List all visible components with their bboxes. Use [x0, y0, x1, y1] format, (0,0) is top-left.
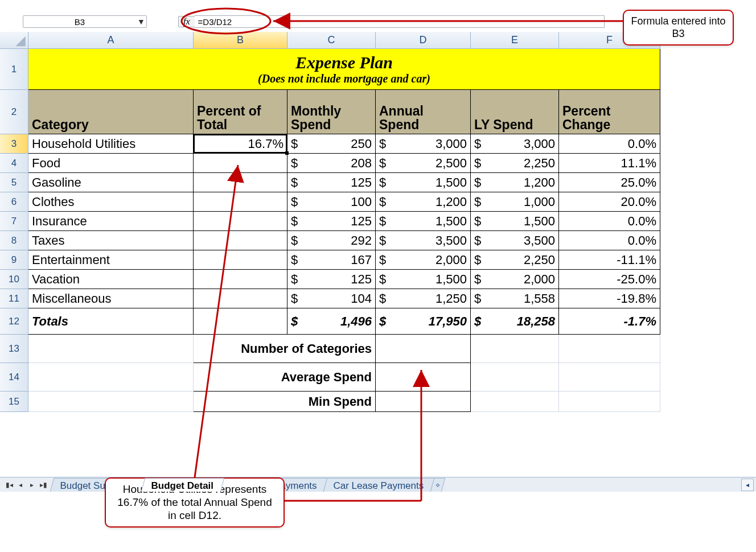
cell-category[interactable]: Gasoline	[28, 173, 194, 192]
tab-nav-next-icon[interactable]: ▸	[26, 481, 38, 489]
cell-percent-change[interactable]: 0.0%	[559, 212, 660, 231]
cell-ly-spend[interactable]: $2,250	[471, 250, 559, 270]
cell-E14[interactable]	[471, 363, 559, 392]
fx-icon[interactable]: fx	[178, 16, 195, 27]
header-percent-total[interactable]: Percent of Total	[194, 90, 287, 134]
cell-F14[interactable]	[559, 363, 660, 392]
cell-percent-total[interactable]: 16.7%	[194, 134, 287, 154]
cell-percent-change[interactable]: -19.8%	[559, 289, 660, 308]
cell-category[interactable]: Household Utilities	[28, 134, 194, 154]
row-header-7[interactable]: 7	[0, 212, 28, 231]
row-header-1[interactable]: 1	[0, 49, 28, 90]
cell-ly-spend[interactable]: $2,250	[471, 154, 559, 173]
row-header-13[interactable]: 13	[0, 335, 28, 363]
cell-ly-spend[interactable]: $1,200	[471, 173, 559, 192]
row-header-14[interactable]: 14	[0, 363, 28, 392]
cell-ly-spend[interactable]: $3,000	[471, 134, 559, 154]
row-header-5[interactable]: 5	[0, 173, 28, 192]
cell-ly-spend[interactable]: $1,500	[471, 212, 559, 231]
header-ly-spend[interactable]: LY Spend	[471, 90, 559, 134]
cell-ly-spend[interactable]: $2,000	[471, 270, 559, 289]
cell-percent-total[interactable]	[194, 270, 287, 289]
col-header-B[interactable]: B	[194, 32, 287, 49]
cell-category[interactable]: Taxes	[28, 231, 194, 250]
cell-monthly-spend[interactable]: $125	[287, 212, 376, 231]
totals-monthly[interactable]: $1,496	[287, 308, 376, 335]
formula-input[interactable]	[195, 15, 605, 28]
col-header-A[interactable]: A	[28, 32, 194, 49]
cell-annual-spend[interactable]: $1,500	[376, 270, 471, 289]
cell-category[interactable]: Vacation	[28, 270, 194, 289]
header-percent-change[interactable]: Percent Change	[559, 90, 660, 134]
cell-percent-change[interactable]: 20.0%	[559, 192, 660, 212]
label-min-spend[interactable]: Min Spend	[194, 392, 376, 412]
tab-nav-prev-icon[interactable]: ◂	[15, 481, 26, 489]
horizontal-scroll-left-icon[interactable]: ◂	[741, 479, 754, 491]
spreadsheet-grid[interactable]: 1 Expense Plan (Does not include mortgag…	[0, 49, 756, 477]
cell-category[interactable]: Miscellaneous	[28, 289, 194, 308]
cell-monthly-spend[interactable]: $125	[287, 173, 376, 192]
cell-D14[interactable]	[376, 363, 471, 392]
cell-percent-change[interactable]: 11.1%	[559, 154, 660, 173]
totals-ly[interactable]: $18,258	[471, 308, 559, 335]
header-annual-spend[interactable]: Annual Spend	[376, 90, 471, 134]
label-num-categories[interactable]: Number of Categories	[194, 335, 376, 363]
name-box[interactable]: ▼	[23, 15, 147, 28]
cell-annual-spend[interactable]: $1,500	[376, 173, 471, 192]
row-header-4[interactable]: 4	[0, 154, 28, 173]
cell-monthly-spend[interactable]: $292	[287, 231, 376, 250]
cell-percent-change[interactable]: -11.1%	[559, 250, 660, 270]
sheet-tab[interactable]: Car Lease Payments	[323, 478, 434, 492]
cell-ly-spend[interactable]: $1,000	[471, 192, 559, 212]
cell-annual-spend[interactable]: $3,000	[376, 134, 471, 154]
cell-monthly-spend[interactable]: $250	[287, 134, 376, 154]
row-header-10[interactable]: 10	[0, 270, 28, 289]
cell-A14[interactable]	[28, 363, 194, 392]
title-cell[interactable]: Expense Plan (Does not include mortgage …	[28, 49, 660, 90]
cell-annual-spend[interactable]: $1,500	[376, 212, 471, 231]
cell-A13[interactable]	[28, 335, 194, 363]
cell-monthly-spend[interactable]: $167	[287, 250, 376, 270]
cell-E13[interactable]	[471, 335, 559, 363]
totals-label[interactable]: Totals	[28, 308, 194, 335]
row-header-9[interactable]: 9	[0, 250, 28, 270]
cell-percent-total[interactable]	[194, 173, 287, 192]
sheet-tab[interactable]: Budget Detail	[141, 478, 224, 492]
cell-annual-spend[interactable]: $2,500	[376, 154, 471, 173]
row-header-12[interactable]: 12	[0, 308, 28, 335]
cell-percent-total[interactable]	[194, 212, 287, 231]
label-avg-spend[interactable]: Average Spend	[194, 363, 376, 392]
totals-pct[interactable]	[194, 308, 287, 335]
name-box-dropdown-icon[interactable]: ▼	[136, 17, 146, 26]
cell-annual-spend[interactable]: $1,200	[376, 192, 471, 212]
cell-percent-total[interactable]	[194, 250, 287, 270]
row-header-3[interactable]: 3	[0, 134, 28, 154]
col-header-C[interactable]: C	[287, 32, 376, 49]
cell-monthly-spend[interactable]: $208	[287, 154, 376, 173]
select-all-corner[interactable]	[0, 32, 28, 49]
cell-reference-input[interactable]	[23, 17, 136, 27]
row-header-8[interactable]: 8	[0, 231, 28, 250]
tab-nav-first-icon[interactable]: ▮◂	[3, 481, 15, 489]
cell-category[interactable]: Food	[28, 154, 194, 173]
col-header-D[interactable]: D	[376, 32, 471, 49]
tab-nav-last-icon[interactable]: ▸▮	[38, 481, 49, 489]
header-monthly-spend[interactable]: Monthly Spend	[287, 90, 376, 134]
cell-monthly-spend[interactable]: $125	[287, 270, 376, 289]
col-header-E[interactable]: E	[471, 32, 559, 49]
cell-ly-spend[interactable]: $1,558	[471, 289, 559, 308]
cell-percent-change[interactable]: 0.0%	[559, 134, 660, 154]
cell-category[interactable]: Insurance	[28, 212, 194, 231]
header-category[interactable]: Category	[28, 90, 194, 134]
cell-annual-spend[interactable]: $1,250	[376, 289, 471, 308]
cell-F13[interactable]	[559, 335, 660, 363]
cell-monthly-spend[interactable]: $104	[287, 289, 376, 308]
row-header-15[interactable]: 15	[0, 392, 28, 412]
cell-percent-change[interactable]: 0.0%	[559, 231, 660, 250]
cell-percent-change[interactable]: 25.0%	[559, 173, 660, 192]
cell-percent-total[interactable]	[194, 231, 287, 250]
row-header-2[interactable]: 2	[0, 90, 28, 134]
row-header-11[interactable]: 11	[0, 289, 28, 308]
cell-D13[interactable]	[376, 335, 471, 363]
cell-annual-spend[interactable]: $3,500	[376, 231, 471, 250]
